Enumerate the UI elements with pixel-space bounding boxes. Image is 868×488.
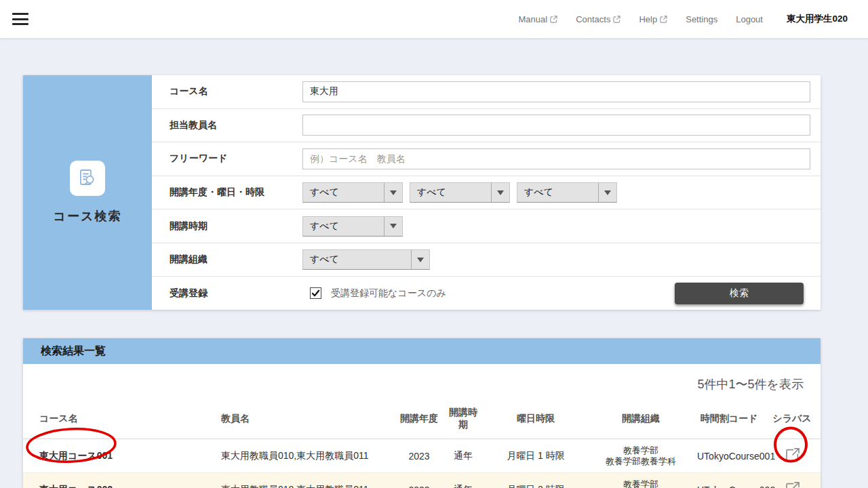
registration-checkbox[interactable] <box>310 287 321 299</box>
day-select[interactable]: すべて <box>410 182 510 203</box>
col-course-name: コース名 <box>23 402 218 439</box>
teachers-cell: 東大用教職員010,東大用教職員011 <box>218 439 396 473</box>
form-row-course-name: コース名 <box>152 75 821 109</box>
form-row-term: 開講時期 すべて <box>152 209 821 243</box>
search-panel-sidebar: コース検索 <box>23 75 152 310</box>
chevron-down-icon <box>384 217 402 236</box>
organization-line-1: 教養学部 <box>590 479 692 488</box>
nav-help-label: Help <box>639 14 657 24</box>
organization-cell: 教養学部 教養学部教養学科 <box>587 473 694 488</box>
free-word-label: フリーワード <box>152 152 302 165</box>
timetable-code-cell: UTokyoCourse001 <box>694 439 764 473</box>
course-name-label: コース名 <box>152 85 302 98</box>
course-name-input[interactable] <box>302 81 810 102</box>
free-word-input[interactable] <box>302 148 810 169</box>
year-cell: 2023 <box>396 439 442 473</box>
col-syllabus: シラバス <box>764 402 821 439</box>
term-cell: 通年 <box>442 473 484 488</box>
nav-manual-label: Manual <box>519 14 548 24</box>
results-header: 検索結果一覧 <box>23 338 821 364</box>
year-select[interactable]: すべて <box>302 182 403 203</box>
results-count-text: 5件中1〜5件を表示 <box>23 364 821 402</box>
col-year: 開講年度 <box>396 402 442 439</box>
nav-settings-label: Settings <box>686 14 717 24</box>
year-select-value: すべて <box>303 183 384 202</box>
organization-select-value: すべて <box>303 250 411 269</box>
form-row-free-word: フリーワード <box>152 142 821 176</box>
external-link-icon <box>660 16 667 23</box>
results-table: コース名 教員名 開講年度 開講時期 曜日時限 開講組織 時間割コード シラバス… <box>23 402 821 488</box>
term-select[interactable]: すべて <box>302 216 403 237</box>
form-row-year-day-period: 開講年度・曜日・時限 すべて すべて すべて <box>152 176 821 210</box>
period-select[interactable]: すべて <box>517 182 617 203</box>
course-name-link[interactable]: 東大用コース001 <box>23 439 218 473</box>
nav-logout-link[interactable]: Logout <box>736 14 763 24</box>
year-cell: 2023 <box>396 473 442 488</box>
col-term: 開講時期 <box>442 402 484 439</box>
chevron-down-icon <box>411 250 429 269</box>
hamburger-menu-icon[interactable] <box>12 13 28 25</box>
form-row-organization: 開講組織 すべて <box>152 243 821 277</box>
external-link-icon <box>550 16 557 23</box>
external-link-icon <box>613 16 620 23</box>
organization-line-2: 教養学部教養学科 <box>590 456 692 467</box>
timetable-code-cell: UTokyoCourse002 <box>694 473 764 488</box>
col-day-period: 曜日時限 <box>484 402 587 439</box>
chevron-down-icon <box>384 183 402 202</box>
registration-checkbox-label: 受講登録可能なコースのみ <box>331 287 446 300</box>
search-button[interactable]: 検索 <box>675 283 804 304</box>
course-search-icon <box>70 161 105 196</box>
table-row-course-002: 東大用コース002 東大用教職員010,東大用教職員011 2023 通年 月曜… <box>23 473 821 488</box>
nav-help-link[interactable]: Help <box>639 14 667 24</box>
organization-label: 開講組織 <box>152 253 302 266</box>
course-search-panel: コース検索 コース名 担当教員名 フリーワード 開講年度・曜日・時限 すべて <box>23 75 821 310</box>
nav-settings-link[interactable]: Settings <box>686 14 717 24</box>
search-panel-title: コース検索 <box>54 208 122 224</box>
term-select-value: すべて <box>303 217 384 236</box>
nav-contacts-link[interactable]: Contacts <box>576 14 620 24</box>
syllabus-external-link-icon[interactable] <box>783 446 802 464</box>
syllabus-external-link-icon[interactable] <box>783 480 802 488</box>
results-body: 5件中1〜5件を表示 コース名 教員名 開講年度 開講時期 曜日時限 開講組織 … <box>23 364 821 488</box>
nav-contacts-label: Contacts <box>576 14 610 24</box>
col-teacher-name: 教員名 <box>218 402 396 439</box>
term-label: 開講時期 <box>152 220 302 232</box>
day-period-cell: 月曜日 2 時限 <box>484 473 587 488</box>
organization-cell: 教養学部 教養学部教養学科 <box>587 439 694 473</box>
nav-logout-label: Logout <box>736 14 763 24</box>
teachers-cell: 東大用教職員010,東大用教職員011 <box>218 473 396 488</box>
organization-select[interactable]: すべて <box>302 249 430 270</box>
year-day-period-label: 開講年度・曜日・時限 <box>152 186 302 199</box>
checkmark-icon <box>311 289 320 298</box>
term-cell: 通年 <box>442 439 484 473</box>
logged-in-username: 東大用学生020 <box>787 13 848 25</box>
table-row-course-001: 東大用コース001 東大用教職員010,東大用教職員011 2023 通年 月曜… <box>23 439 821 473</box>
col-organization: 開講組織 <box>587 402 694 439</box>
search-form: コース名 担当教員名 フリーワード 開講年度・曜日・時限 すべて <box>152 75 821 310</box>
day-select-value: すべて <box>410 183 491 202</box>
registration-label: 受講登録 <box>152 287 302 300</box>
teacher-name-input[interactable] <box>302 115 810 136</box>
period-select-value: すべて <box>517 183 598 202</box>
chevron-down-icon <box>491 183 509 202</box>
form-row-registration: 受講登録 受講登録可能なコースのみ 検索 <box>152 277 821 310</box>
results-table-header-row: コース名 教員名 開講年度 開講時期 曜日時限 開講組織 時間割コード シラバス <box>23 402 821 439</box>
course-name-link[interactable]: 東大用コース002 <box>23 473 218 488</box>
day-period-cell: 月曜日 1 時限 <box>484 439 587 473</box>
nav-manual-link[interactable]: Manual <box>519 14 558 24</box>
teacher-name-label: 担当教員名 <box>152 119 302 131</box>
search-results-section: 検索結果一覧 5件中1〜5件を表示 コース名 教員名 開講年度 開講時期 曜日時… <box>23 338 821 488</box>
col-timetable-code: 時間割コード <box>694 402 764 439</box>
organization-line-1: 教養学部 <box>590 445 692 456</box>
top-navigation: Manual Contacts Help Settings Logout 東大用… <box>519 13 848 25</box>
form-row-teacher-name: 担当教員名 <box>152 109 821 143</box>
top-bar: Manual Contacts Help Settings Logout 東大用… <box>0 0 868 39</box>
chevron-down-icon <box>598 183 616 202</box>
